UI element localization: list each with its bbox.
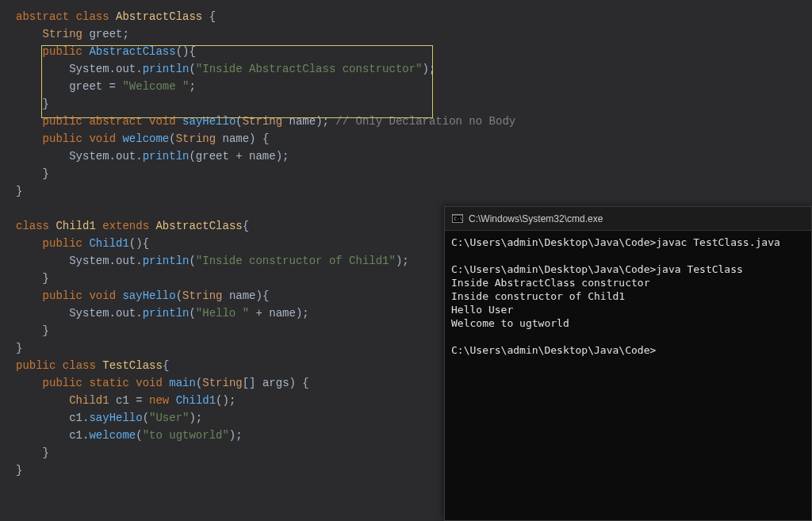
svg-text:C:\: C:\ bbox=[454, 216, 463, 221]
code-token: println bbox=[143, 307, 190, 320]
code-token: class bbox=[76, 10, 109, 23]
code-token bbox=[16, 202, 22, 215]
code-token: ( bbox=[236, 115, 242, 128]
code-token: name) { bbox=[216, 132, 269, 145]
code-token bbox=[16, 237, 43, 250]
code-token: System.out. bbox=[16, 307, 143, 320]
code-token: (); bbox=[216, 394, 236, 407]
terminal-line: Inside constructor of Child1 bbox=[451, 289, 805, 303]
code-token: (){ bbox=[129, 237, 149, 250]
code-token bbox=[109, 10, 116, 23]
code-token: { bbox=[202, 10, 216, 23]
code-token: public bbox=[43, 132, 82, 145]
code-line: } bbox=[16, 165, 796, 182]
code-token: (greet + name); bbox=[189, 150, 289, 163]
code-token: } bbox=[16, 98, 49, 110]
code-token bbox=[56, 359, 62, 372]
code-token: System.out. bbox=[16, 63, 143, 75]
code-token bbox=[143, 115, 149, 128]
code-token: "Welcome " bbox=[122, 80, 189, 93]
code-token: public bbox=[43, 45, 82, 58]
terminal-line: C:\Users\admin\Desktop\Java\Code> bbox=[451, 343, 805, 357]
code-token bbox=[176, 115, 182, 128]
code-token: } bbox=[16, 272, 49, 285]
code-token: name); bbox=[282, 115, 329, 128]
code-token: "Hello " bbox=[196, 307, 249, 320]
code-token: ); bbox=[423, 63, 436, 75]
code-token: "Inside constructor of Child1" bbox=[196, 255, 396, 267]
code-token: ); bbox=[229, 429, 243, 442]
code-token: static bbox=[89, 377, 128, 389]
code-token: c1 = bbox=[109, 394, 149, 407]
code-line: abstract class AbstractClass { bbox=[16, 8, 796, 25]
code-token: greet; bbox=[82, 28, 129, 40]
code-token: ( bbox=[143, 412, 149, 424]
code-token bbox=[96, 359, 102, 372]
code-token bbox=[16, 394, 69, 407]
code-token: ( bbox=[136, 429, 142, 442]
terminal-window[interactable]: C:\ C:\Windows\System32\cmd.exe C:\Users… bbox=[444, 206, 812, 521]
code-token: void bbox=[89, 289, 116, 302]
code-token: void bbox=[89, 132, 116, 145]
code-token: public bbox=[43, 115, 82, 128]
code-token: ); bbox=[396, 255, 409, 267]
code-token: Child1 bbox=[69, 394, 109, 407]
code-token: sayHello bbox=[89, 412, 142, 424]
terminal-line bbox=[451, 249, 805, 262]
code-token: main bbox=[169, 377, 196, 389]
code-token bbox=[96, 220, 102, 232]
code-token: println bbox=[143, 255, 190, 267]
code-token: Child1 bbox=[176, 394, 216, 407]
code-token: String bbox=[243, 115, 282, 128]
code-token: "User" bbox=[149, 412, 189, 424]
code-token bbox=[16, 45, 43, 58]
code-token bbox=[16, 115, 43, 128]
code-token: public bbox=[43, 377, 82, 389]
code-token bbox=[69, 10, 75, 23]
code-token: Child1 bbox=[89, 237, 128, 250]
terminal-title: C:\Windows\System32\cmd.exe bbox=[469, 213, 603, 224]
terminal-line: Hello User bbox=[451, 303, 805, 316]
code-token: c1. bbox=[16, 429, 89, 442]
code-token: "to ugtworld" bbox=[143, 429, 229, 442]
code-token: class bbox=[16, 220, 49, 232]
code-token: } bbox=[16, 342, 22, 354]
code-token: (){ bbox=[176, 45, 196, 58]
code-token: ( bbox=[169, 132, 175, 145]
terminal-line bbox=[451, 330, 805, 343]
code-token: c1. bbox=[16, 412, 89, 424]
code-token: System.out. bbox=[16, 150, 143, 163]
code-token: } bbox=[16, 167, 49, 180]
code-token: ( bbox=[189, 63, 195, 75]
code-token bbox=[16, 289, 43, 302]
code-token: AbstractClass bbox=[89, 45, 175, 58]
code-line: System.out.println("Inside AbstractClass… bbox=[16, 60, 796, 78]
code-line: public AbstractClass(){ bbox=[16, 43, 796, 60]
code-token bbox=[16, 28, 43, 40]
code-token: { bbox=[163, 359, 169, 372]
code-line: public void welcome(String name) { bbox=[16, 130, 796, 147]
terminal-body[interactable]: C:\Users\admin\Desktop\Java\Code>javac T… bbox=[445, 231, 811, 520]
code-token: // Only Declaration no Body bbox=[335, 115, 515, 128]
code-token: extends bbox=[102, 220, 149, 232]
code-token: } bbox=[16, 324, 49, 337]
code-token: welcome bbox=[89, 429, 136, 442]
terminal-titlebar[interactable]: C:\ C:\Windows\System32\cmd.exe bbox=[445, 207, 811, 231]
code-token: ( bbox=[189, 307, 195, 320]
code-token: [] args) { bbox=[243, 377, 309, 389]
code-line: greet = "Welcome "; bbox=[16, 78, 796, 95]
code-line: public abstract void sayHello(String nam… bbox=[16, 113, 796, 130]
code-line: } bbox=[16, 182, 796, 200]
code-token: ); bbox=[189, 412, 202, 424]
code-token: name){ bbox=[223, 289, 270, 302]
code-token: } bbox=[16, 464, 22, 477]
code-token: void bbox=[149, 115, 176, 128]
code-token: System.out. bbox=[16, 255, 143, 267]
terminal-line: C:\Users\admin\Desktop\Java\Code>javac T… bbox=[451, 236, 805, 249]
terminal-line: C:\Users\admin\Desktop\Java\Code>java Te… bbox=[451, 262, 805, 276]
code-line: String greet; bbox=[16, 25, 796, 43]
code-token: + name); bbox=[249, 307, 309, 320]
code-token: void bbox=[136, 377, 163, 389]
code-token: greet = bbox=[16, 80, 122, 93]
terminal-line: Welcome to ugtworld bbox=[451, 316, 805, 330]
